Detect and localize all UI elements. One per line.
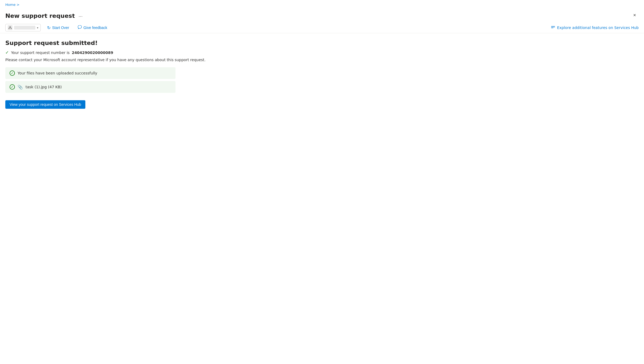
page-title: New support request <box>5 10 75 20</box>
toolbar: ▾ ↻ Start Over Give feedback Explore add… <box>0 22 644 33</box>
network-icon <box>8 25 12 30</box>
request-number-prefix: Your support request number is <box>11 51 69 55</box>
ellipsis-button[interactable]: ... <box>77 12 84 19</box>
file-name: task (1).jpg (47 KB) <box>26 85 62 89</box>
upload-success-row: ✓ Your files have been uploaded successf… <box>10 70 171 76</box>
start-over-label: Start Over <box>52 26 69 30</box>
success-title: Support request submitted! <box>5 40 639 46</box>
success-checkmark: ✓ <box>5 50 9 55</box>
give-feedback-button[interactable]: Give feedback <box>76 24 110 31</box>
svg-line-3 <box>9 27 10 28</box>
selector-text <box>14 26 35 30</box>
explore-label: Explore additional features on Services … <box>557 26 639 30</box>
upload-success-icon: ✓ <box>10 70 15 76</box>
file-row: ✓ 📎 task (1).jpg (47 KB) <box>10 84 171 90</box>
refresh-icon: ↻ <box>47 25 51 30</box>
request-number: 2404290020000089 <box>72 51 113 55</box>
request-number-row: ✓ Your support request number is 2404290… <box>5 50 639 55</box>
explore-icon <box>551 25 555 31</box>
breadcrumb-home[interactable]: Home <box>5 3 15 7</box>
close-button[interactable]: × <box>630 11 639 20</box>
view-support-request-button[interactable]: View your support request on Services Hu… <box>5 100 85 109</box>
scope-selector[interactable]: ▾ <box>5 24 41 31</box>
svg-point-0 <box>10 26 11 27</box>
svg-point-1 <box>9 28 10 29</box>
chevron-down-icon: ▾ <box>37 26 38 29</box>
title-area: New support request ... <box>5 10 84 20</box>
start-over-button[interactable]: ↻ Start Over <box>45 24 71 31</box>
svg-line-4 <box>10 27 11 28</box>
give-feedback-label: Give feedback <box>83 26 107 30</box>
contact-text: Please contact your Microsoft account re… <box>5 58 639 62</box>
paperclip-icon: 📎 <box>18 85 23 90</box>
breadcrumb: Home > <box>0 0 644 8</box>
file-box: ✓ 📎 task (1).jpg (47 KB) <box>5 81 175 93</box>
svg-point-2 <box>11 28 12 29</box>
main-content: Support request submitted! ✓ Your suppor… <box>0 33 644 115</box>
upload-success-message: Your files have been uploaded successful… <box>18 71 97 75</box>
explore-link[interactable]: Explore additional features on Services … <box>551 25 639 31</box>
feedback-icon <box>78 25 82 30</box>
explore-area: Explore additional features on Services … <box>551 25 639 31</box>
upload-success-box: ✓ Your files have been uploaded successf… <box>5 67 175 79</box>
file-success-icon: ✓ <box>10 84 15 90</box>
page-header: New support request ... × <box>0 8 644 22</box>
breadcrumb-separator: > <box>16 3 19 7</box>
